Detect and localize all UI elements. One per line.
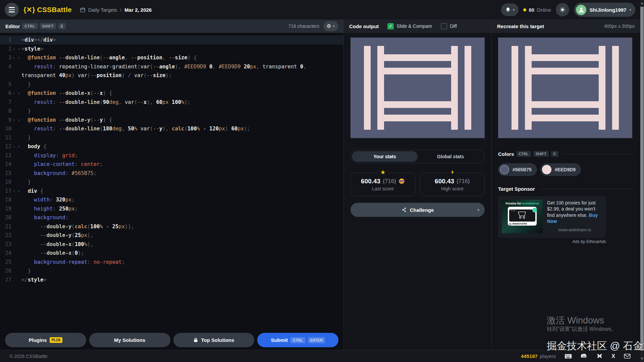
code-line[interactable]: 6v v @function --double-x(--x) {	[0, 89, 343, 98]
code-line[interactable]: 13 display: grid;	[0, 151, 343, 160]
code-line[interactable]: 24 --double-x(0);	[0, 249, 343, 258]
username: ShiJinlong1997	[589, 7, 626, 13]
challenge-label: Challenge	[410, 207, 434, 213]
code-line[interactable]: 17v v div {	[0, 187, 343, 196]
chevron-down-icon: ▾	[513, 8, 515, 12]
navbar-right: ▾ 80 Online ShiJinlong1997 ▾	[501, 3, 635, 17]
code-line[interactable]: 14 place-content: center;	[0, 160, 343, 169]
fold-icon: v v	[11, 53, 21, 62]
credit-watermark: 掘金技术社区 @ 石金龙	[547, 339, 644, 353]
code-line[interactable]: 16 }	[0, 178, 343, 187]
windows-activation-watermark-title: 激活 Windows	[547, 314, 604, 326]
scroll-down-arrow-icon[interactable]	[641, 358, 643, 360]
last-score-label: Last score	[372, 186, 394, 191]
chevron-down-icon: ▾	[629, 8, 631, 12]
page-scrollbar[interactable]	[640, 0, 644, 362]
checkbox-unchecked-icon[interactable]	[441, 23, 447, 29]
code-output-canvas[interactable]	[351, 38, 485, 138]
high-score-card: 600.43 {716} High score	[420, 173, 485, 196]
theme-toggle-button[interactable]	[556, 3, 569, 16]
color-pill-foreground[interactable]: #EED9D9	[540, 163, 581, 176]
kbd-c: C	[551, 151, 558, 157]
online-label: Online	[537, 7, 551, 13]
ad-url: www.webshare.io	[547, 227, 602, 233]
fold-icon: v v	[11, 116, 21, 125]
plugins-button[interactable]: Plugins PLUS	[5, 333, 86, 347]
kbd-e: E	[58, 23, 66, 29]
submit-label: Submit	[271, 337, 288, 343]
code-line[interactable]: 18 width: 320px;	[0, 195, 343, 204]
keyboard-icon[interactable]	[565, 354, 572, 359]
target-dimensions: 400px x 300px	[604, 23, 635, 29]
stats-cards: ★ 600.43 {716} Last score 6	[351, 173, 485, 196]
cssbattle-logo[interactable]: {✕}CSSBattle	[23, 6, 72, 14]
editor-actions: Plugins PLUS My Solutions Top Solutions …	[5, 333, 338, 347]
code-line[interactable]: 15 background: #565B75;	[0, 169, 343, 178]
code-line[interactable]: 23 --double-x(100%),	[0, 240, 343, 249]
sponsor-title: Target Sponsor	[498, 186, 535, 192]
color-pill-background[interactable]: #565B75	[498, 163, 537, 176]
breadcrumb-daily-targets[interactable]: Daily Targets	[88, 7, 117, 13]
sun-icon	[559, 7, 566, 13]
last-score-card: ★ 600.43 {716} Last score	[351, 173, 415, 196]
online-status: 80 Online	[523, 7, 551, 13]
code-line[interactable]: 3v v @function --double-line(--angle, --…	[0, 53, 343, 62]
copyright: © 2026 CSSBattle	[9, 354, 48, 359]
challenge-button[interactable]: Challenge ▾	[351, 203, 485, 217]
diff-checkbox[interactable]: Diff	[441, 23, 457, 29]
breadcrumb-date: Mar 2, 2026	[124, 7, 152, 13]
discord-icon[interactable]	[581, 354, 588, 359]
email-icon[interactable]	[624, 354, 631, 359]
code-line[interactable]: 5 }	[0, 80, 343, 89]
star-icon: ★	[378, 169, 388, 175]
chevron-down-icon: ▾	[477, 208, 479, 212]
breadcrumb: Daily Targets › Mar 2, 2026	[80, 6, 152, 13]
scroll-up-arrow-icon[interactable]	[641, 2, 643, 4]
code-editor[interactable]: 1<div></div>2v v<style>3v v @function --…	[0, 33, 343, 329]
code-line[interactable]: 2v v<style>	[0, 45, 343, 54]
code-line[interactable]: 22 --double-y(25px),	[0, 231, 343, 240]
code-line[interactable]: 21 --double-y(calc(100% - 25px)),	[0, 222, 343, 231]
tab-your-stats[interactable]: Your stats	[352, 151, 418, 162]
bluesky-icon[interactable]	[596, 353, 603, 359]
scrollbar-thumb[interactable]	[640, 7, 644, 351]
slide-compare-checkbox[interactable]: ✓ Slide & Compare	[387, 23, 432, 29]
code-line[interactable]: 11 }	[0, 133, 343, 142]
code-line[interactable]: 27</style>	[0, 276, 343, 285]
code-line[interactable]: 8 }	[0, 107, 343, 116]
hamburger-menu-button[interactable]	[5, 3, 19, 17]
editor-settings-button[interactable]: ⚙ ▾	[323, 21, 338, 31]
notifications-button[interactable]: ▾	[501, 3, 519, 16]
top-solutions-button[interactable]: Top Solutions	[173, 333, 255, 347]
code-line[interactable]: 10 result: --double-line(180deg, 50% var…	[0, 124, 343, 133]
code-line[interactable]: 26 }	[0, 266, 343, 276]
user-menu-button[interactable]: ShiJinlong1997 ▾	[574, 3, 635, 17]
cool-emoji-icon	[398, 178, 405, 184]
target-header: Recreate this target 400px x 300px	[492, 19, 640, 33]
code-line[interactable]: 20 background:	[0, 213, 343, 222]
code-line[interactable]: 1<div></div>	[0, 36, 343, 45]
code-line[interactable]: 19 height: 250px;	[0, 204, 343, 214]
target-canvas[interactable]	[498, 38, 632, 138]
ads-attribution[interactable]: Ads by EthicalAds	[498, 239, 606, 244]
output-title: Code output	[349, 23, 379, 29]
tab-global-stats[interactable]: Global stats	[418, 151, 483, 162]
kbd-enter: ENTER	[308, 337, 325, 343]
x-twitter-icon[interactable]: X	[611, 353, 615, 359]
my-solutions-button[interactable]: My Solutions	[89, 333, 170, 347]
high-score-label: High score	[441, 186, 464, 191]
checkbox-checked-icon[interactable]: ✓	[387, 23, 394, 29]
shopping-cart-icon	[516, 209, 529, 220]
code-line[interactable]: 25 background-repeat: no-repeat;	[0, 258, 343, 267]
code-line[interactable]: 9v v @function --double-y(--y) {	[0, 116, 343, 125]
my-solutions-label: My Solutions	[114, 337, 145, 343]
code-line[interactable]: 12v v body {	[0, 142, 343, 151]
sponsor-section-header: Target Sponsor	[498, 186, 634, 192]
sponsor-ad-image[interactable]: Proxies for ecommerce ||| WEBSHARE	[502, 200, 543, 233]
kbd-ctrl: CTRL	[22, 23, 37, 29]
code-line[interactable]: 4 result: repeating-linear-gradient(var(…	[0, 62, 343, 80]
fold-icon: v v	[11, 89, 21, 98]
webshare-logo: ||| WEBSHARE	[509, 223, 535, 225]
submit-button[interactable]: Submit CTRL ENTER	[257, 333, 338, 347]
code-line[interactable]: 7 result: --double-line(90deg, var(--x),…	[0, 98, 343, 107]
